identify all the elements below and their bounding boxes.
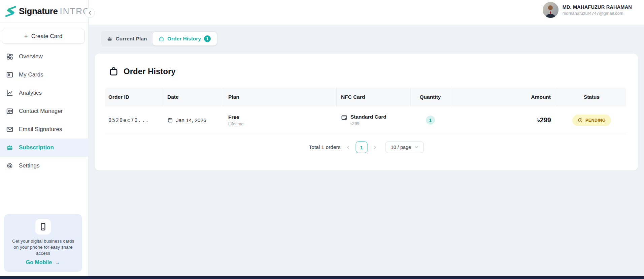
create-card-button[interactable]: + Create Card	[2, 29, 85, 44]
plan-name: Free	[228, 114, 244, 120]
nfc-card-name: Standard Card	[350, 114, 386, 120]
promo-text: Get your digital business cards on your …	[4, 238, 82, 256]
sidebar-collapse-button[interactable]	[85, 8, 95, 18]
sidebar-item-label: Settings	[19, 162, 39, 169]
user-info: MD. MAHAFUZUR RAHAMAN mdmahafuzur4747@gm…	[563, 4, 632, 16]
user-menu[interactable]: MD. MAHAFUZUR RAHAMAN mdmahafuzur4747@gm…	[543, 2, 632, 18]
page-size-value: 10 / page	[391, 145, 411, 150]
crown-icon	[6, 144, 13, 151]
sidebar-item-contact-manager[interactable]: Contact Manager	[0, 102, 89, 120]
chevron-left-icon	[346, 145, 349, 150]
chevron-left-icon	[88, 11, 92, 15]
nfc-card-price: ৳299	[350, 121, 386, 126]
brand-name: Signature	[19, 6, 58, 17]
credit-card-icon	[341, 114, 347, 121]
col-status: Status	[557, 88, 626, 106]
plus-icon: +	[24, 33, 28, 40]
shopping-bag-icon	[159, 36, 164, 42]
crown-icon	[107, 36, 112, 42]
user-email: mdmahafuzur4747@gmail.com	[563, 11, 632, 16]
order-date: Jan 14, 2026	[176, 117, 206, 123]
sidebar-item-analytics[interactable]: Analytics	[0, 84, 89, 102]
sidebar-item-label: Email Signatures	[19, 126, 62, 133]
pagination-total: Total 1 orders	[309, 144, 341, 150]
phone-icon	[39, 222, 47, 231]
plan-period: Lifetime	[228, 121, 244, 126]
col-order-id: Order ID	[105, 88, 162, 106]
plan-tabs: Current Plan Order History 1	[101, 31, 218, 46]
gear-icon	[6, 162, 13, 169]
chevron-down-icon	[414, 146, 418, 149]
page-title: Order History	[124, 67, 176, 76]
sidebar-item-label: Subscription	[19, 144, 54, 151]
quantity-badge: 1	[426, 116, 435, 125]
col-quantity: Quantity	[411, 88, 450, 106]
status-badge: PENDING	[572, 115, 611, 126]
sidebar-item-label: Contact Manager	[19, 108, 63, 115]
tab-label: Current Plan	[115, 36, 147, 42]
bottom-window-strip	[0, 276, 644, 279]
contact-card-icon	[6, 107, 13, 115]
order-history-card: Order History Order ID Date Plan NFC Car…	[95, 54, 638, 170]
table-row: 0520ec70... Jan 14, 2026 Free Lifetime	[105, 106, 626, 134]
arrow-right-icon: →	[55, 259, 60, 266]
brand-header: Signature INTRO	[0, 0, 88, 23]
shopping-bag-icon	[108, 66, 119, 76]
contact-card-icon	[6, 71, 13, 79]
tab-order-history[interactable]: Order History 1	[152, 32, 217, 45]
sidebar-item-subscription[interactable]: Subscription	[0, 138, 89, 157]
sidebar-item-label: My Cards	[19, 71, 43, 78]
page-size-select[interactable]: 10 / page	[385, 142, 423, 153]
create-card-label: Create Card	[31, 33, 63, 40]
col-plan: Plan	[223, 88, 337, 106]
pagination-next-button[interactable]	[373, 145, 376, 150]
clock-icon	[578, 118, 583, 123]
go-mobile-promo: Get your digital business cards on your …	[4, 214, 82, 272]
status-text: PENDING	[585, 118, 606, 123]
sidebar-item-my-cards[interactable]: My Cards	[0, 66, 89, 84]
avatar	[543, 2, 558, 18]
sidebar-nav: Overview My Cards Analytics Contact Mana…	[0, 48, 89, 175]
card-header: Order History	[108, 66, 176, 76]
grid-icon	[6, 53, 13, 60]
line-chart-icon	[6, 89, 13, 97]
calendar-icon	[167, 117, 173, 123]
sidebar-item-overview[interactable]: Overview	[0, 48, 89, 66]
envelope-icon	[6, 126, 13, 133]
order-count-badge: 1	[204, 35, 211, 42]
tab-label: Order History	[167, 36, 201, 42]
table-header-row: Order ID Date Plan NFC Card Quantity Amo…	[105, 88, 626, 106]
sidebar-item-settings[interactable]: Settings	[0, 157, 89, 175]
chevron-right-icon	[373, 145, 376, 150]
sidebar: Signature INTRO + Create Card Overview M…	[0, 0, 89, 276]
topbar: MD. MAHAFUZUR RAHAMAN mdmahafuzur4747@gm…	[89, 0, 644, 25]
col-amount: Amount	[450, 88, 557, 106]
col-nfc-card: NFC Card	[337, 88, 411, 106]
tab-current-plan[interactable]: Current Plan	[102, 32, 152, 45]
go-mobile-link[interactable]: Go Mobile →	[4, 259, 82, 266]
brand-logo-icon	[4, 5, 17, 18]
pagination-prev-button[interactable]	[346, 145, 349, 150]
order-amount: ৳299	[537, 116, 551, 124]
user-name: MD. MAHAFUZUR RAHAMAN	[563, 4, 632, 10]
sidebar-item-label: Overview	[19, 53, 43, 60]
sidebar-item-label: Analytics	[19, 90, 42, 96]
sidebar-item-email-signatures[interactable]: Email Signatures	[0, 120, 89, 138]
order-id: 0520ec70...	[108, 117, 149, 123]
col-date: Date	[162, 88, 223, 106]
pagination: Total 1 orders 1 10 / page	[309, 142, 424, 153]
phone-tile	[35, 219, 51, 235]
orders-table: Order ID Date Plan NFC Card Quantity Amo…	[105, 88, 626, 134]
pagination-page-1[interactable]: 1	[355, 142, 367, 153]
